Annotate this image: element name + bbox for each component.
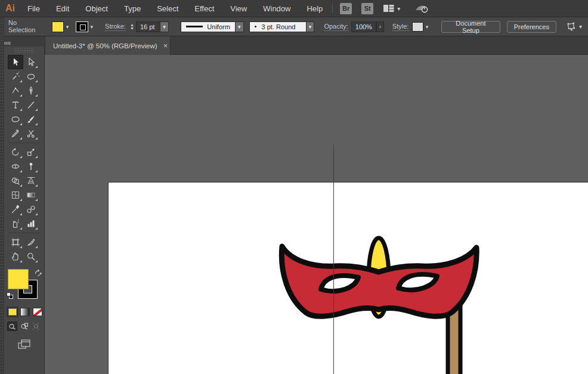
stroke-color-swatch[interactable] [76,21,88,32]
brush-definition-chevron[interactable]: ▾ [307,21,315,32]
tools-grid [8,55,41,264]
panel-dock-edge[interactable] [0,17,4,374]
cs-live-icon [414,3,430,14]
pasteboard[interactable] [45,55,588,374]
style-chevron[interactable]: ▾ [426,24,429,30]
stroke-profile-preview [186,26,203,27]
pencil-tool[interactable] [8,126,23,141]
workspace-switcher[interactable]: ▾ [383,4,400,13]
puppet-warp-tool[interactable] [23,159,39,174]
mesh-tool[interactable] [8,188,23,202]
draw-normal-button[interactable] [7,322,17,331]
menu-effect[interactable]: Effect [194,4,214,13]
scale-tool[interactable] [23,145,39,159]
perspective-grid-tool[interactable] [23,174,39,188]
menu-file[interactable]: File [27,4,40,13]
menu-bar: FileEditObjectTypeSelectEffectViewWindow… [27,4,323,13]
fill-color-swatch[interactable] [52,21,64,32]
width-profile-value: Uniform [207,23,230,30]
line-segment-tool[interactable] [23,98,39,112]
tools-panel-grip[interactable] [14,48,35,53]
draw-inside-button[interactable] [31,322,41,331]
document-tab-bar: «« Untitled-3* @ 50% (RGB/Preview) × [0,36,588,55]
stock-button[interactable]: St [361,3,373,14]
slice-tool[interactable] [23,235,39,249]
gradient-tool[interactable] [23,188,39,202]
column-graph-tool[interactable] [23,217,39,231]
stroke-weight-dropdown[interactable]: ▾ [160,21,169,32]
pen-tool[interactable] [23,84,39,98]
app-menu-bar: Ai FileEditObjectTypeSelectEffectViewWin… [0,0,588,17]
stroke-weight-stepper[interactable]: ▲▼ [130,23,134,30]
symbol-sprayer-tool[interactable] [8,217,23,231]
appbar-separator [332,4,333,13]
illustrator-logo: Ai [0,3,20,14]
default-fill-stroke-icon[interactable] [7,292,15,301]
gradient-mode-button[interactable] [20,308,30,316]
style-label[interactable]: Style: [392,23,409,31]
brush-preview-dot [255,26,256,27]
hand-tool[interactable] [8,249,23,264]
brush-definition-dropdown[interactable]: 3 pt. Round [249,21,307,32]
screen-mode-button[interactable] [17,338,32,353]
selection-status: No Selection [8,19,42,34]
menu-help[interactable]: Help [307,4,323,13]
zoom-tool[interactable] [23,249,39,264]
paintbrush-tool[interactable] [23,112,39,126]
stroke-weight-value[interactable]: 16 pt [136,21,160,32]
document-tab[interactable]: Untitled-3* @ 50% (RGB/Preview) × [45,36,171,55]
magic-wand-tool[interactable] [8,69,23,84]
fill-stroke-proxy [4,267,45,302]
collapse-dock-button[interactable]: «« [4,39,10,47]
menu-view[interactable]: View [230,4,247,13]
artboard-tool[interactable] [8,235,23,249]
opacity-value[interactable]: 100% [351,21,376,32]
direct-selection-tool[interactable] [23,55,39,69]
control-bar: No Selection ▾ ▾ Stroke: ▲▼ 16 pt ▾ Unif… [0,17,588,36]
menu-type[interactable]: Type [124,4,141,13]
blend-tool[interactable] [23,202,39,217]
fill-proxy-swatch[interactable] [8,269,29,289]
width-profile-chevron[interactable]: ▾ [236,21,244,32]
document-setup-button[interactable]: Document Setup [441,21,500,33]
chevron-down-icon: ▾ [397,5,400,12]
selection-tool[interactable] [8,55,23,69]
stroke-weight-label[interactable]: Stroke: [105,23,126,31]
width-profile-dropdown[interactable]: Uniform [181,21,236,32]
opacity-more-button[interactable]: › [376,21,384,32]
preferences-button[interactable]: Preferences [507,21,556,33]
ellipse-tool[interactable] [8,112,23,126]
workspace-switcher-icon [383,4,395,13]
swap-fill-stroke-icon[interactable] [34,268,42,279]
chevron-down-icon[interactable]: ▾ [91,24,94,30]
rotate-tool[interactable] [8,145,23,159]
brush-definition-value: 3 pt. Round [262,23,296,30]
close-tab-icon[interactable]: × [163,42,168,50]
opacity-label[interactable]: Opacity: [324,23,348,31]
color-mode-button[interactable] [8,308,17,316]
eyedropper-tool[interactable] [8,202,23,217]
tool-group-separator [8,231,41,235]
masquerade-mask-artwork [109,183,588,374]
scissors-tool[interactable] [23,126,39,141]
artboard[interactable] [108,182,588,374]
lasso-tool[interactable] [23,69,39,84]
chevron-down-icon[interactable]: ▾ [66,24,69,30]
curvature-tool[interactable] [8,84,23,98]
menu-select[interactable]: Select [157,4,178,13]
width-tool[interactable] [8,159,23,174]
preferences-workspace-button[interactable]: ▾ [566,22,582,32]
none-mode-button[interactable] [33,308,42,316]
transform-again-icon [566,22,577,32]
cs-live-button[interactable] [414,3,430,14]
graphic-style-swatch[interactable] [412,22,423,32]
draw-behind-button[interactable] [19,322,29,331]
menu-object[interactable]: Object [85,4,108,13]
bridge-button[interactable]: Br [340,3,352,14]
document-tab-title: Untitled-3* @ 50% (RGB/Preview) [53,42,157,50]
type-tool[interactable] [8,98,23,112]
menu-window[interactable]: Window [263,4,290,13]
color-mode-row [8,308,44,316]
shape-builder-tool[interactable] [8,174,23,188]
menu-edit[interactable]: Edit [56,4,69,13]
